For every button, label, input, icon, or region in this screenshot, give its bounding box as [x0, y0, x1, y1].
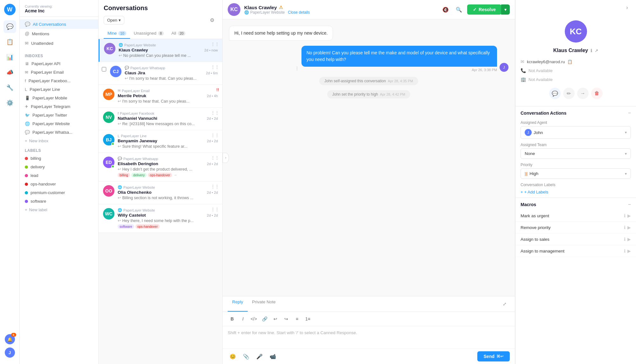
conv-menu-icon-4[interactable]: ⋮⋮ — [211, 110, 219, 115]
close-details-btn[interactable]: Close details — [288, 10, 310, 15]
label-lead[interactable]: lead — [20, 171, 98, 180]
macro-run-icon[interactable]: ▶ — [627, 248, 631, 253]
nav-icon-conversations[interactable]: 💬 — [3, 20, 16, 33]
filter-btn[interactable]: ⚙ — [207, 15, 217, 25]
priority-select[interactable]: ||| High ▾ — [521, 168, 631, 179]
nav-icon-campaigns[interactable]: 📣 — [3, 66, 16, 79]
conv-menu-icon-2[interactable]: ⋮⋮ — [211, 64, 219, 69]
macros-toggle[interactable]: − — [628, 202, 631, 207]
conv-item-4[interactable]: NV f PaperLayer Facebook Nathaniel Vannu… — [99, 108, 222, 130]
contact-link-icon[interactable]: ↗ — [595, 48, 598, 53]
user-avatar[interactable]: J — [5, 347, 15, 358]
send-btn[interactable]: Send ⌘↩ — [477, 351, 510, 361]
conv-item-2[interactable]: CJ 💬 PaperLayer Whatsapp Claus Jira 2d •… — [99, 62, 222, 85]
bold-btn[interactable]: B — [228, 314, 237, 323]
macro-info-icon[interactable]: ℹ — [624, 225, 626, 230]
conv-item-3[interactable]: MP ✉ PaperLayer Email Merrile Petruk 2d … — [99, 85, 222, 108]
macro-run-icon[interactable]: ▶ — [627, 237, 631, 242]
msg-options-btn[interactable]: ⋮ — [295, 66, 299, 72]
macro-run-icon[interactable]: ▶ — [627, 213, 631, 218]
undo-btn[interactable]: ↩ — [271, 314, 280, 323]
macro-info-icon[interactable]: ℹ — [624, 237, 626, 242]
italic-btn[interactable]: I — [238, 314, 247, 323]
status-filter-btn[interactable]: Open ▾ — [104, 16, 124, 24]
new-inbox-btn[interactable]: + New inbox — [20, 137, 98, 145]
label-premium-customer[interactable]: premium-customer — [20, 188, 98, 197]
conv-menu-icon-8[interactable]: ⋮⋮ — [211, 207, 219, 212]
conv-item-5[interactable]: BJ L PaperLayer Line Benyamin Janeway 2d… — [99, 130, 222, 153]
notifications-btn[interactable]: 🔔 6 — [5, 334, 15, 344]
assigned-agent-select[interactable]: J John ▾ — [521, 126, 631, 139]
macro-info-icon[interactable]: ℹ — [624, 213, 626, 218]
conv-item-8[interactable]: WC 🌐 PaperLayer Website Willy Castelot 2… — [99, 204, 222, 233]
collapse-sidebar-btn[interactable]: › — [223, 153, 229, 163]
expand-reply-btn[interactable]: ⤢ — [500, 299, 510, 309]
reply-tab-private[interactable]: Private Note — [248, 296, 280, 312]
add-labels-btn[interactable]: + + Add Labels — [521, 188, 631, 196]
conv-checkbox-2[interactable] — [102, 67, 106, 71]
mute-btn[interactable]: 🔇 — [440, 4, 451, 15]
nav-icon-contacts[interactable]: 📋 — [3, 36, 16, 48]
code-btn[interactable]: </> — [249, 314, 258, 323]
label-billing[interactable]: billing — [20, 154, 98, 163]
assigned-team-select[interactable]: None ▾ — [521, 148, 631, 159]
inbox-website[interactable]: 🌐 PaperLayer Website — [20, 119, 98, 128]
right-panel-close-btn[interactable]: › — [622, 3, 632, 13]
macro-assign-sales[interactable]: Assign to sales ℹ ▶ — [515, 233, 636, 245]
arrow-action-btn[interactable]: → — [577, 88, 589, 99]
conv-actions-toggle[interactable]: − — [628, 110, 631, 116]
reply-input-area[interactable]: Shift + enter for new line. Start with '… — [223, 326, 515, 348]
link-btn[interactable]: 🔗 — [260, 314, 269, 323]
tab-unassigned[interactable]: Unassigned 8 — [130, 28, 168, 39]
delete-action-btn[interactable]: 🗑 — [591, 88, 603, 99]
copy-icon[interactable]: 📋 — [567, 59, 572, 64]
conv-item-6[interactable]: ED 💬 PaperLayer Whatsapp Elisabeth Derin… — [99, 153, 222, 181]
inbox-api[interactable]: 🖥 PaperLayer API — [20, 59, 98, 68]
conv-menu-icon-5[interactable]: ⋮⋮ — [211, 133, 219, 138]
inbox-twitter[interactable]: 🐦 PaperLayer Twitter — [20, 111, 98, 119]
redo-btn[interactable]: ↪ — [282, 314, 291, 323]
inbox-telegram[interactable]: ✈ PaperLayer Telegram — [20, 102, 98, 111]
inbox-facebook[interactable]: f PaperLayer Faceboo... — [20, 77, 98, 85]
label-software[interactable]: software — [20, 197, 98, 206]
conv-menu-icon-6[interactable]: ⋮⋮ — [211, 155, 219, 160]
audio-btn[interactable]: 🎤 — [254, 351, 265, 361]
conv-item-1[interactable]: KC 🌐 PaperLayer Website Klaus Crawley 2d… — [99, 39, 222, 62]
inbox-mobile[interactable]: 📱 PaperLayer Mobile — [20, 94, 98, 102]
sidebar-item-unattended[interactable]: ✉ Unattended — [20, 38, 98, 48]
nav-icon-settings[interactable]: ⚙️ — [3, 97, 16, 109]
tab-all[interactable]: All 20 — [168, 28, 189, 39]
label-ops-handover[interactable]: ops-handover — [20, 180, 98, 188]
new-label-btn[interactable]: + New label — [20, 206, 98, 214]
conv-item-7[interactable]: OO 🌐 PaperLayer Website Olia Olenchenko … — [99, 181, 222, 204]
video-btn[interactable]: 📹 — [268, 351, 278, 361]
macros-list: Mark as urgent ℹ ▶ Remove priority ℹ ▶ A… — [515, 210, 636, 257]
tab-mine[interactable]: Mine 10 — [104, 28, 130, 39]
conv-menu-icon-7[interactable]: ⋮⋮ — [211, 184, 219, 189]
list-btn[interactable]: ≡ — [293, 314, 301, 323]
macro-mark-urgent[interactable]: Mark as urgent ℹ ▶ — [515, 210, 636, 222]
label-delivery[interactable]: delivery — [20, 163, 98, 171]
conv-menu-icon-1[interactable]: ⋮⋮ — [211, 42, 219, 46]
emoji-btn[interactable]: 😊 — [228, 351, 238, 361]
edit-action-btn[interactable]: ✏ — [563, 88, 575, 99]
attachment-btn[interactable]: 📎 — [241, 351, 251, 361]
search-chat-btn[interactable]: 🔍 — [454, 4, 464, 15]
resolve-caret-btn[interactable]: ▾ — [501, 4, 510, 15]
chat-action-btn[interactable]: 💬 — [549, 88, 561, 99]
inbox-line[interactable]: L PaperLayer Line — [20, 85, 98, 94]
resolve-btn[interactable]: ✓ Resolve — [467, 4, 501, 15]
sidebar-item-all-conversations[interactable]: 💬 All Conversations — [20, 19, 98, 29]
reply-tab-reply[interactable]: Reply — [228, 296, 248, 312]
inbox-icon: 🐦 — [25, 113, 30, 118]
sidebar-item-mentions[interactable]: @ Mentions — [20, 29, 98, 38]
inbox-email[interactable]: ✉ PaperLayer Email — [20, 68, 98, 77]
macro-assign-management[interactable]: Assign to management ℹ ▶ — [515, 245, 636, 257]
nav-icon-reports[interactable]: 📊 — [3, 51, 16, 64]
nav-icon-integrations[interactable]: 🔧 — [3, 81, 16, 94]
macro-run-icon[interactable]: ▶ — [627, 225, 631, 230]
macro-remove-priority[interactable]: Remove priority ℹ ▶ — [515, 222, 636, 233]
inbox-whatsapp[interactable]: 💬 PaperLayer Whatsa... — [20, 128, 98, 137]
ordered-list-btn[interactable]: 1≡ — [303, 314, 312, 323]
macro-info-icon[interactable]: ℹ — [624, 248, 626, 253]
